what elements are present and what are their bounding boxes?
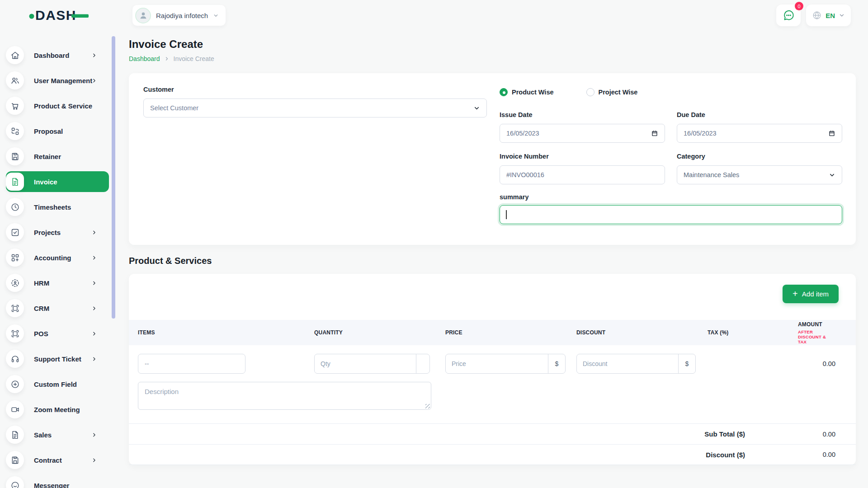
floppy-icon <box>6 147 24 165</box>
sidebar-item-label: Proposal <box>34 127 63 135</box>
chevron-right-icon <box>164 56 170 61</box>
category-label: Category <box>677 153 842 160</box>
sidebar-item-contract[interactable]: Contract <box>6 450 109 470</box>
sidebar-item-label: Messenger <box>34 482 69 488</box>
calendar-icon[interactable] <box>651 130 658 137</box>
discount-input[interactable] <box>577 354 678 373</box>
chevron-right-icon <box>91 280 97 286</box>
breadcrumb-current: Invoice Create <box>174 55 214 62</box>
category-select-value: Maintenance Sales <box>684 171 739 178</box>
sidebar-item-accounting[interactable]: Accounting <box>6 247 109 268</box>
chevron-down-icon <box>839 12 845 19</box>
sidebar-item-retainer[interactable]: Retainer <box>6 146 109 167</box>
invoice-number-input[interactable]: #INVO00016 <box>500 165 665 184</box>
sidebar-item-product-service[interactable]: Product & Service <box>6 95 109 116</box>
row-amount: 0.00 <box>789 345 856 374</box>
sidebar-item-label: Sales <box>34 431 52 439</box>
chevron-right-icon <box>91 432 97 438</box>
col-items: ITEMS <box>129 320 305 345</box>
chevron-right-icon <box>91 305 97 311</box>
chat-icon <box>6 476 24 488</box>
chevron-right-icon <box>91 255 97 261</box>
due-date-value: 16/05/2023 <box>684 130 717 137</box>
product-services-card: + Add item ITEMS QUANTITY PRICE DISCOUNT… <box>129 274 856 465</box>
dash-logo-icon: DASH <box>29 6 89 23</box>
calendar-icon[interactable] <box>828 130 835 137</box>
sidebar-item-hrm[interactable]: HRM <box>6 272 109 293</box>
floppy-icon <box>6 451 24 469</box>
customer-select[interactable]: Select Customer <box>143 99 487 117</box>
price-input[interactable] <box>446 354 548 373</box>
invoice-number-value: #INVO00016 <box>506 171 544 178</box>
video-icon <box>6 400 24 418</box>
sidebar-item-dashboard[interactable]: Dashboard <box>6 45 109 66</box>
breadcrumb: Dashboard Invoice Create <box>129 55 856 62</box>
invoice-type-radios: Product WiseProject Wise <box>500 87 842 97</box>
sidebar-item-timesheets[interactable]: Timesheets <box>6 197 109 217</box>
language-selector[interactable]: EN <box>806 5 851 26</box>
issue-date-value: 16/05/2023 <box>506 130 539 137</box>
chevron-right-icon <box>91 331 97 337</box>
sidebar-scrollbar[interactable] <box>112 36 115 319</box>
file-icon <box>6 173 24 191</box>
plus-icon: + <box>793 289 798 298</box>
discount-input-group: $ <box>576 354 696 374</box>
description-textarea[interactable]: Description <box>138 382 431 410</box>
add-item-label: Add item <box>802 290 829 298</box>
tax-cell <box>698 345 789 374</box>
quantity-input-group <box>314 354 430 374</box>
sidebar-item-support-ticket[interactable]: Support Ticket <box>6 348 109 369</box>
sidebar-item-proposal[interactable]: Proposal <box>6 121 109 141</box>
globe-icon <box>812 10 822 20</box>
summary-textarea[interactable] <box>500 205 842 224</box>
radio-product-wise[interactable]: Product Wise <box>500 88 554 96</box>
breadcrumb-dashboard-link[interactable]: Dashboard <box>129 55 160 62</box>
sidebar-item-invoice[interactable]: Invoice <box>6 171 109 192</box>
due-date-input[interactable]: 16/05/2023 <box>677 124 842 143</box>
chevron-right-icon <box>91 52 97 58</box>
subtotal-row: Sub Total ($) 0.00 <box>129 423 856 444</box>
issue-date-input[interactable]: 16/05/2023 <box>500 124 665 143</box>
frame-icon <box>6 299 24 317</box>
sidebar-item-crm[interactable]: CRM <box>6 298 109 319</box>
summary-label: summary <box>500 193 842 201</box>
col-tax: TAX (%) <box>698 320 789 345</box>
sidebar-item-label: Support Ticket <box>34 355 81 363</box>
app-logo[interactable]: DASH <box>29 6 89 24</box>
items-table-header: ITEMS QUANTITY PRICE DISCOUNT TAX (%) AM… <box>129 320 856 345</box>
add-item-button[interactable]: + Add item <box>783 285 839 303</box>
language-code: EN <box>826 12 835 19</box>
sidebar-item-label: User Management <box>34 77 92 84</box>
price-currency-addon: $ <box>548 354 565 373</box>
radio-dot-icon <box>500 88 508 96</box>
sidebar-item-user-management[interactable]: User Management <box>6 70 109 91</box>
discount-total-value: 0.00 <box>745 451 835 458</box>
messages-button[interactable]: 0 <box>776 5 801 26</box>
workspace-switcher[interactable]: Rajodiya infotech <box>132 5 226 26</box>
radio-dot-icon <box>586 88 594 96</box>
radio-project-wise[interactable]: Project Wise <box>586 88 638 96</box>
sidebar-item-label: Zoom Meeting <box>34 406 80 413</box>
resize-grip[interactable] <box>425 404 430 408</box>
sidebar-item-sales[interactable]: Sales <box>6 424 109 445</box>
discount-total-row: Discount ($) 0.00 <box>129 444 856 465</box>
sidebar-item-pos[interactable]: POS <box>6 323 109 344</box>
sidebar-item-label: POS <box>34 330 48 338</box>
col-quantity: QUANTITY <box>305 320 436 345</box>
page-title: Invoice Create <box>129 38 856 51</box>
col-amount: AMOUNT AFTER DISCOUNT & TAX <box>789 320 856 345</box>
chevron-right-icon <box>91 457 97 463</box>
sidebar-item-custom-field[interactable]: Custom Field <box>6 374 109 394</box>
col-amount-subnote: AFTER DISCOUNT & TAX <box>798 329 835 344</box>
item-select[interactable]: -- <box>138 354 245 374</box>
quantity-input[interactable] <box>315 354 416 373</box>
sidebar-item-label: Accounting <box>34 254 71 262</box>
invoice-details-card: Customer Select Customer Product WisePro… <box>129 73 856 245</box>
category-select[interactable]: Maintenance Sales <box>677 165 842 184</box>
sidebar-item-messenger[interactable]: Messenger <box>6 475 109 488</box>
sidebar: DashboardUser ManagementProduct & Servic… <box>0 27 118 488</box>
col-discount: DISCOUNT <box>567 320 698 345</box>
sidebar-item-projects[interactable]: Projects <box>6 222 109 243</box>
sidebar-item-zoom-meeting[interactable]: Zoom Meeting <box>6 399 109 420</box>
headphones-icon <box>6 350 24 368</box>
